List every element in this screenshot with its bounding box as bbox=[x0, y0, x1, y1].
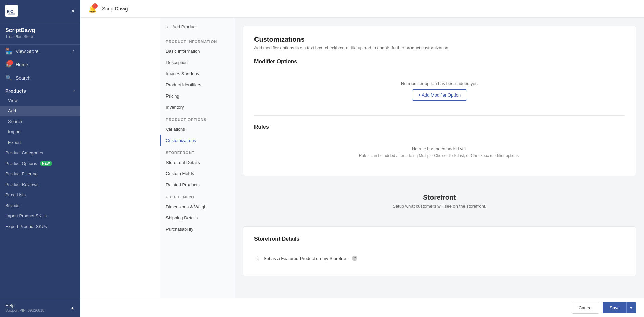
sec-nav-purchasability[interactable]: Purchasability bbox=[160, 224, 235, 235]
brands-label: Brands bbox=[5, 203, 19, 208]
save-dropdown-icon: ▾ bbox=[630, 305, 632, 310]
sec-nav-inventory[interactable]: Inventory bbox=[160, 102, 235, 113]
featured-help-icon[interactable]: ? bbox=[352, 256, 357, 261]
rules-title: Rules bbox=[254, 124, 625, 133]
store-plan: Trial Plan Store bbox=[5, 34, 75, 39]
modifier-options-empty-text: No modifier option has been added yet. bbox=[262, 81, 617, 86]
sidebar-link-import-product-skus[interactable]: Import Product SKUs bbox=[0, 211, 80, 221]
sidebar-link-product-filtering[interactable]: Product Filtering bbox=[0, 169, 80, 179]
sec-nav-dimensions-weight[interactable]: Dimensions & Weight bbox=[160, 201, 235, 212]
sidebar-link-product-reviews[interactable]: Product Reviews bbox=[0, 179, 80, 190]
bigcommerce-logo: BIG bbox=[5, 5, 18, 17]
cancel-button[interactable]: Cancel bbox=[572, 302, 599, 314]
new-badge: NEW bbox=[40, 161, 51, 166]
rules-empty-text: No rule has been added yet. bbox=[262, 146, 617, 151]
sec-nav-description[interactable]: Description bbox=[160, 57, 235, 68]
sec-nav-product-identifiers[interactable]: Product Identifiers bbox=[160, 79, 235, 90]
storefront-banner-title: Storefront bbox=[254, 194, 625, 202]
sidebar-item-search[interactable]: 🔍 Search bbox=[0, 71, 80, 84]
section-divider bbox=[254, 115, 625, 116]
main-area: ← Add Product PRODUCT INFORMATION Basic … bbox=[160, 18, 644, 317]
footer-bar: Cancel Save ▾ bbox=[80, 298, 644, 317]
notification-bell[interactable]: 🔔 1 bbox=[87, 3, 98, 14]
storefront-banner: Storefront Setup what customers will see… bbox=[243, 184, 636, 218]
featured-product-row: ☆ Set as a Featured Product on my Storef… bbox=[254, 250, 625, 267]
sidebar-item-view-store[interactable]: 🏪 View Store ↗ bbox=[0, 45, 80, 58]
search-label: Search bbox=[16, 75, 30, 81]
sec-nav-group-product-options: PRODUCT OPTIONS bbox=[160, 115, 235, 124]
sidebar-sub-add[interactable]: Add bbox=[0, 106, 80, 116]
product-categories-label: Product Categories bbox=[5, 150, 43, 155]
sidebar-link-brands[interactable]: Brands bbox=[0, 200, 80, 211]
price-lists-label: Price Lists bbox=[5, 192, 26, 197]
support-pin: Support PIN: 69826818 bbox=[5, 308, 44, 312]
store-info: ScriptDawg Trial Plan Store bbox=[0, 22, 80, 45]
rules-section: Rules No rule has been added yet. Rules … bbox=[254, 124, 625, 166]
search-icon: 🔍 bbox=[5, 75, 12, 81]
back-link[interactable]: ← Add Product bbox=[160, 22, 235, 35]
topbar: 🔔 1 ScriptDawg bbox=[80, 0, 644, 18]
sec-nav-custom-fields[interactable]: Custom Fields bbox=[160, 168, 235, 179]
sec-nav-images-videos[interactable]: Images & Videos bbox=[160, 68, 235, 79]
customizations-subtitle: Add modifier options like a text box, ch… bbox=[254, 45, 625, 50]
sec-nav-pricing[interactable]: Pricing bbox=[160, 90, 235, 102]
storefront-details-section: Storefront Details ☆ Set as a Featured P… bbox=[243, 226, 636, 276]
sidebar-link-export-product-skus[interactable]: Export Product SKUs bbox=[0, 221, 80, 232]
customizations-section: Customizations Add modifier options like… bbox=[243, 26, 636, 176]
topbar-store-name: ScriptDawg bbox=[102, 6, 128, 12]
products-chevron-icon: ‹ bbox=[73, 89, 75, 93]
save-button[interactable]: Save bbox=[603, 302, 626, 313]
modifier-options-title: Modifier Options bbox=[254, 59, 625, 67]
store-name: ScriptDawg bbox=[5, 27, 75, 34]
product-options-label: Product Options bbox=[5, 161, 37, 166]
rules-empty: No rule has been added yet. Rules can be… bbox=[254, 138, 625, 166]
rules-note: Rules can be added after adding Multiple… bbox=[262, 153, 617, 158]
help-label: Help bbox=[5, 303, 44, 308]
products-section-header[interactable]: Products ‹ bbox=[0, 84, 80, 95]
sidebar-item-home[interactable]: 🏠 1 Home bbox=[0, 58, 80, 71]
sidebar-sub-export[interactable]: Export bbox=[0, 137, 80, 148]
storefront-details-title: Storefront Details bbox=[254, 236, 625, 245]
sec-nav-group-fulfillment: FULFILLMENT bbox=[160, 193, 235, 201]
sec-nav-basic-information[interactable]: Basic Information bbox=[160, 46, 235, 57]
sec-nav-storefront-details[interactable]: Storefront Details bbox=[160, 157, 235, 168]
sidebar-link-price-lists[interactable]: Price Lists bbox=[0, 190, 80, 200]
customizations-title: Customizations bbox=[254, 36, 625, 43]
sidebar-sub-search[interactable]: Search bbox=[0, 116, 80, 127]
sec-nav-group-storefront: STOREFRONT bbox=[160, 149, 235, 157]
sidebar-sub-import[interactable]: Import bbox=[0, 127, 80, 137]
products-label: Products bbox=[5, 88, 26, 94]
product-filtering-label: Product Filtering bbox=[5, 171, 38, 176]
sec-nav-related-products[interactable]: Related Products bbox=[160, 179, 235, 190]
featured-star-icon[interactable]: ☆ bbox=[254, 254, 260, 262]
modifier-options-empty: No modifier option has been added yet. +… bbox=[254, 73, 625, 109]
export-product-skus-label: Export Product SKUs bbox=[5, 224, 47, 229]
sidebar-header: BIG « bbox=[0, 0, 80, 22]
sec-nav-shipping-details[interactable]: Shipping Details bbox=[160, 212, 235, 224]
secondary-nav: ← Add Product PRODUCT INFORMATION Basic … bbox=[160, 18, 235, 317]
save-dropdown-button[interactable]: ▾ bbox=[626, 302, 636, 313]
sec-nav-customizations[interactable]: Customizations bbox=[160, 135, 235, 146]
sec-nav-variations[interactable]: Variations bbox=[160, 124, 235, 135]
import-product-skus-label: Import Product SKUs bbox=[5, 213, 47, 218]
content-area: Customizations Add modifier options like… bbox=[235, 18, 644, 317]
sidebar-sub-view[interactable]: View bbox=[0, 95, 80, 106]
sec-nav-group-product-information: PRODUCT INFORMATION bbox=[160, 38, 235, 46]
logo-area: BIG bbox=[5, 5, 18, 17]
back-label: Add Product bbox=[172, 24, 197, 29]
sidebar: BIG « ScriptDawg Trial Plan Store 🏪 View… bbox=[0, 0, 80, 317]
add-modifier-option-button[interactable]: + Add Modifier Option bbox=[412, 89, 467, 101]
sidebar-link-product-options[interactable]: Product Options NEW bbox=[0, 158, 80, 169]
sidebar-footer: Help Support PIN: 69826818 ▲ bbox=[0, 298, 80, 317]
product-reviews-label: Product Reviews bbox=[5, 182, 39, 187]
storefront-banner-subtitle: Setup what customers will see on the sto… bbox=[254, 204, 625, 209]
sidebar-link-product-categories[interactable]: Product Categories bbox=[0, 148, 80, 158]
sidebar-collapse-button[interactable]: « bbox=[72, 8, 75, 14]
featured-label: Set as a Featured Product on my Storefro… bbox=[264, 256, 349, 261]
home-label: Home bbox=[16, 62, 28, 67]
view-store-label: View Store bbox=[16, 49, 38, 54]
back-arrow-icon: ← bbox=[166, 24, 170, 29]
footer-expand-button[interactable]: ▲ bbox=[70, 305, 75, 310]
store-icon: 🏪 bbox=[5, 48, 12, 55]
home-badge: 1 bbox=[7, 60, 13, 65]
